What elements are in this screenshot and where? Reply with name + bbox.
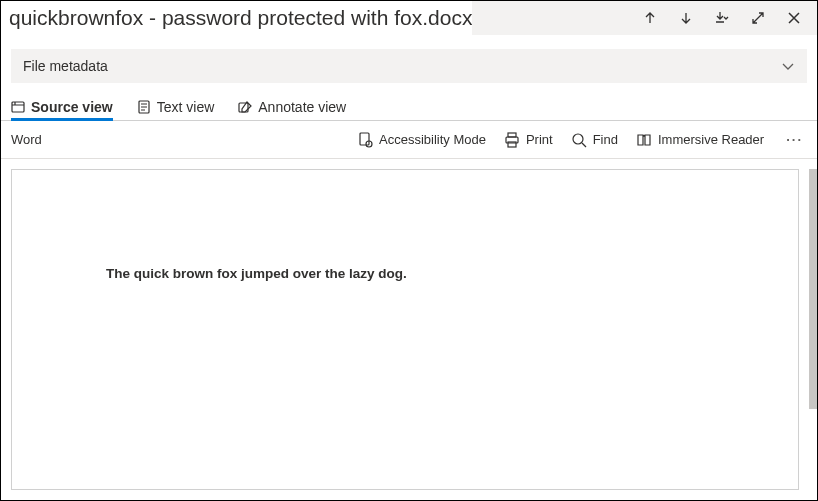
view-tabs: Source view Text view Annotate view (1, 83, 817, 121)
more-options-button[interactable]: ··· (782, 132, 807, 147)
app-label: Word (11, 132, 42, 147)
document-page: The quick brown fox jumped over the lazy… (11, 169, 799, 490)
tool-label: Print (526, 132, 553, 147)
tool-label: Accessibility Mode (379, 132, 486, 147)
tab-label: Text view (157, 99, 215, 115)
immersive-reader-icon (636, 132, 652, 148)
tool-label: Find (593, 132, 618, 147)
arrow-down-button[interactable] (669, 1, 703, 35)
expand-icon (750, 10, 766, 26)
source-view-icon (11, 100, 25, 114)
print-button[interactable]: Print (504, 132, 553, 148)
document-body-text: The quick brown fox jumped over the lazy… (106, 266, 407, 281)
scrollbar-thumb[interactable] (809, 169, 817, 409)
text-view-icon (137, 100, 151, 114)
file-metadata-bar[interactable]: File metadata (11, 49, 807, 83)
download-icon (714, 10, 730, 26)
document-title: quickbrownfox - password protected with … (1, 6, 472, 30)
arrow-down-icon (678, 10, 694, 26)
document-area: The quick brown fox jumped over the lazy… (1, 159, 817, 500)
window-controls (633, 1, 817, 35)
file-metadata-label: File metadata (23, 58, 108, 74)
close-icon (786, 10, 802, 26)
svg-rect-3 (360, 133, 369, 145)
find-button[interactable]: Find (571, 132, 618, 148)
arrow-up-icon (642, 10, 658, 26)
svg-rect-0 (12, 102, 24, 112)
tab-source-view[interactable]: Source view (11, 93, 113, 120)
annotate-view-icon (238, 100, 252, 114)
download-button[interactable] (705, 1, 739, 35)
expand-button[interactable] (741, 1, 775, 35)
tab-label: Annotate view (258, 99, 346, 115)
accessibility-icon (357, 132, 373, 148)
find-icon (571, 132, 587, 148)
vertical-scrollbar[interactable] (809, 169, 817, 490)
chevron-down-icon (781, 59, 795, 73)
svg-point-8 (573, 134, 583, 144)
immersive-reader-button[interactable]: Immersive Reader (636, 132, 764, 148)
tab-annotate-view[interactable]: Annotate view (238, 93, 346, 120)
titlebar: quickbrownfox - password protected with … (1, 1, 817, 35)
tool-label: Immersive Reader (658, 132, 764, 147)
close-button[interactable] (777, 1, 811, 35)
tab-label: Source view (31, 99, 113, 115)
arrow-up-button[interactable] (633, 1, 667, 35)
tab-text-view[interactable]: Text view (137, 93, 215, 120)
document-toolbar: Word Accessibility Mode Print Find Immer… (1, 121, 817, 159)
ellipsis-icon: ··· (786, 132, 803, 147)
print-icon (504, 132, 520, 148)
accessibility-mode-button[interactable]: Accessibility Mode (357, 132, 486, 148)
titlebar-spacer (472, 1, 633, 35)
svg-rect-5 (508, 133, 516, 137)
